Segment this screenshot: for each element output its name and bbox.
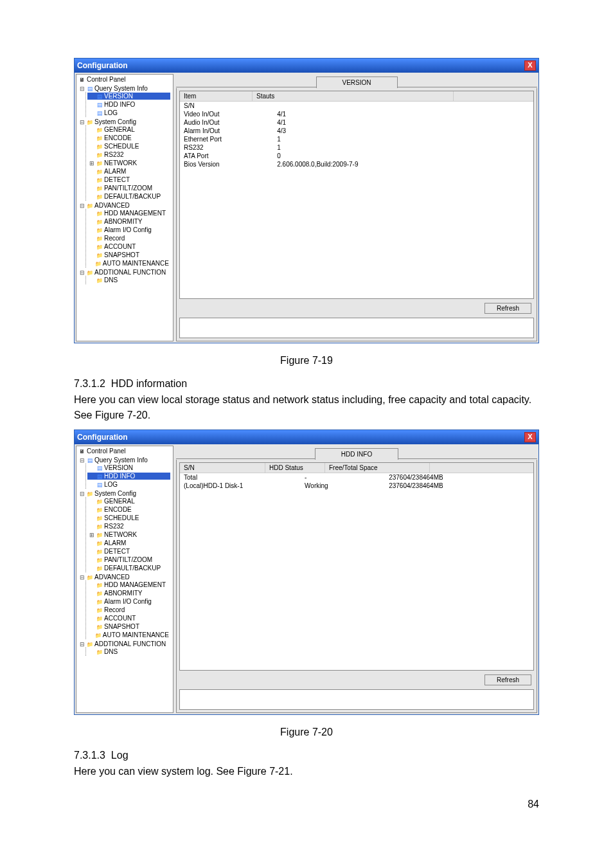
tree-item[interactable]: Alarm I/O Config [87,598,170,605]
column-header[interactable]: S/N [180,463,265,473]
tree-item[interactable]: SCHEDULE [87,143,170,150]
tree-item[interactable]: ADDTIONAL FUNCTION [78,640,172,647]
collapse-icon[interactable] [79,119,85,125]
folder-icon [96,548,103,555]
tree-item[interactable]: DETECT [87,548,170,555]
table-row[interactable]: (Local)HDD-1 Disk-1Working237604/238464M… [180,482,533,490]
collapse-icon[interactable] [79,574,85,581]
folder-icon [96,244,103,250]
folder-icon [87,491,93,497]
titlebar: Configuration X [75,430,538,444]
tree-item[interactable]: RS232 [87,151,170,158]
tree-item[interactable]: DETECT [87,176,170,183]
tree-item[interactable]: System Config [78,118,172,125]
tree-item[interactable]: ENCODE [87,134,170,141]
tree-item[interactable]: ABNORMITY [87,218,170,225]
tree-item[interactable]: HDD INFO [87,473,170,480]
tree-item[interactable]: DEFAULT/BACKUP [87,565,170,572]
close-icon[interactable]: X [524,60,536,71]
tree-item[interactable]: ENCODE [87,506,170,513]
table-row[interactable]: Video In/Out4/1 [180,110,533,118]
tree-pane[interactable]: Control Panel Query System InfoVERSIONHD… [76,446,173,713]
collapse-icon[interactable] [79,269,85,276]
tree-item[interactable]: ADDTIONAL FUNCTION [78,269,172,276]
tree-header[interactable]: Control Panel [76,446,173,456]
folder-icon [96,515,103,521]
collapse-icon[interactable] [79,86,85,92]
expand-icon[interactable] [89,532,95,538]
section-heading: 7.3.1.3 Log [74,750,539,761]
tree-item[interactable]: PAN/TILT/ZOOM [87,556,170,563]
table-row[interactable]: Ethernet Port1 [180,135,533,143]
column-header[interactable]: HDD Status [265,463,325,473]
table-row[interactable]: Audio In/Out4/1 [180,118,533,127]
tree-item[interactable]: DNS [87,648,170,655]
expand-icon[interactable] [89,160,95,167]
tree-item[interactable]: VERSION [87,464,170,471]
tree-item[interactable]: HDD INFO [87,101,170,108]
folder-icon [96,227,103,233]
tree-item[interactable]: Record [87,235,170,242]
tree-item-label: ADVANCED [94,202,130,209]
tree-item[interactable]: SNAPSHOT [87,623,170,630]
tree-item[interactable]: LOG [87,109,170,116]
page-icon [96,482,103,488]
column-header[interactable]: Free/Total Space [325,463,430,473]
tree-item[interactable]: GENERAL [87,126,170,133]
tree-item[interactable]: HDD MANAGEMENT [87,581,170,588]
collapse-icon[interactable] [79,203,85,209]
tree-item[interactable]: AUTO MAINTENANCE [87,631,170,638]
button-row: Refresh [179,671,534,687]
table-row[interactable]: Bios Version2.606.0008.0,Build:2009-7-9 [180,160,533,168]
refresh-button[interactable]: Refresh [484,303,531,314]
column-header[interactable]: Stauts [253,91,454,101]
table-row[interactable]: ATA Port0 [180,152,533,160]
tree-item[interactable]: ALARM [87,539,170,547]
tree-item[interactable]: ADVANCED [78,202,172,209]
tree-item[interactable]: System Config [78,490,172,497]
column-header[interactable]: Item [180,91,253,101]
table-row[interactable]: Total-237604/238464MB [180,473,533,482]
tree-item[interactable]: GENERAL [87,498,170,505]
tree-item[interactable]: Query System Info [78,457,172,464]
tab[interactable]: HDD INFO [315,448,398,460]
table-row[interactable]: S/N [180,102,533,110]
folder-icon [96,532,103,538]
tree-item[interactable]: HDD MANAGEMENT [87,210,170,217]
tree-item[interactable]: SNAPSHOT [87,251,170,258]
tree-item-label: GENERAL [104,126,135,133]
tree-item[interactable]: Record [87,606,170,613]
tree-item[interactable]: DNS [87,276,170,284]
tree-item[interactable]: AUTO MAINTENANCE [87,260,170,267]
table-row[interactable]: RS2321 [180,143,533,152]
tree-item-label: System Config [94,118,136,125]
refresh-button[interactable]: Refresh [484,674,531,685]
tree-item[interactable]: Query System Info [78,85,172,92]
tree-item[interactable]: NETWORK [87,531,170,538]
collapse-icon[interactable] [79,641,85,647]
close-icon[interactable]: X [524,432,536,442]
tree-item[interactable]: ACCOUNT [87,243,170,250]
tree-item[interactable]: RS232 [87,523,170,530]
tree-item-label: HDD MANAGEMENT [104,581,166,588]
tab[interactable]: VERSION [316,77,398,88]
tree-header[interactable]: Control Panel [76,75,173,84]
tree-item[interactable]: VERSION [87,93,170,100]
page-icon [96,110,103,116]
tree-item[interactable]: NETWORK [87,159,170,167]
collapse-icon[interactable] [79,457,85,464]
tab-header: VERSION [176,74,537,88]
tree-pane[interactable]: Control Panel Query System InfoVERSIONHD… [76,74,173,341]
tree-item[interactable]: ABNORMITY [87,590,170,597]
folder-icon [96,540,103,547]
tree-item[interactable]: DEFAULT/BACKUP [87,193,170,200]
tree-item[interactable]: ALARM [87,168,170,175]
tree-item[interactable]: PAN/TILT/ZOOM [87,185,170,192]
tree-item[interactable]: ACCOUNT [87,615,170,622]
tree-item[interactable]: Alarm I/O Config [87,226,170,233]
tree-item[interactable]: LOG [87,481,170,488]
table-row[interactable]: Alarm In/Out4/3 [180,127,533,135]
collapse-icon[interactable] [79,491,85,497]
tree-item[interactable]: SCHEDULE [87,514,170,521]
tree-item[interactable]: ADVANCED [78,574,172,581]
